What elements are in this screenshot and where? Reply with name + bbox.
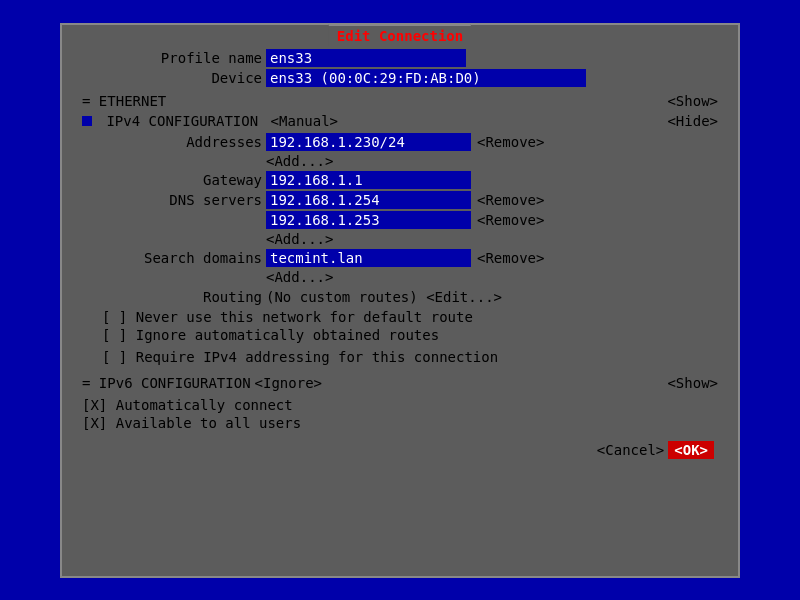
dns1-remove[interactable]: <Remove>: [477, 192, 544, 208]
ipv6-mode[interactable]: <Ignore>: [255, 375, 322, 391]
ok-button[interactable]: <OK>: [668, 441, 714, 459]
ipv4-header-left: IPv4 CONFIGURATION <Manual>: [82, 113, 338, 129]
require-ipv4-label: [ ] Require IPv4 addressing for this con…: [102, 349, 498, 365]
dns2-row: 192.168.1.253 <Remove>: [82, 211, 718, 229]
ipv4-mode[interactable]: <Manual>: [271, 113, 338, 129]
ipv6-show[interactable]: <Show>: [667, 375, 718, 391]
search-row: Search domains tecmint.lan <Remove>: [82, 249, 718, 267]
window-title: Edit Connection: [329, 24, 471, 46]
all-users-row[interactable]: [X] Available to all users: [82, 415, 718, 431]
dns2-remove[interactable]: <Remove>: [477, 212, 544, 228]
addresses-label: Addresses: [82, 134, 262, 150]
bottom-bar: <Cancel> <OK>: [82, 441, 718, 459]
address1-value[interactable]: 192.168.1.230/24: [266, 133, 471, 151]
all-users-label: [X] Available to all users: [82, 415, 301, 431]
ipv6-left: = IPv6 CONFIGURATION <Ignore>: [82, 375, 322, 391]
addresses-row: Addresses 192.168.1.230/24 <Remove>: [82, 133, 718, 151]
dns2-value[interactable]: 192.168.1.253: [266, 211, 471, 229]
ethernet-label: = ETHERNET: [82, 93, 166, 109]
never-default-row[interactable]: [ ] Never use this network for default r…: [102, 309, 718, 325]
profile-name-row: Profile name ens33: [82, 49, 718, 67]
gateway-label: Gateway: [82, 172, 262, 188]
cancel-button[interactable]: <Cancel>: [597, 442, 664, 458]
device-value[interactable]: ens33 (00:0C:29:FD:AB:D0): [266, 69, 586, 87]
auto-connect-label: [X] Automatically connect: [82, 397, 293, 413]
ipv4-blue-square: [82, 116, 92, 126]
ipv6-header: = IPv6 CONFIGURATION: [82, 375, 251, 391]
ignore-auto-label: [ ] Ignore automatically obtained routes: [102, 327, 439, 343]
profile-name-label: Profile name: [82, 50, 262, 66]
ethernet-show[interactable]: <Show>: [667, 93, 718, 109]
dns1-value[interactable]: 192.168.1.254: [266, 191, 471, 209]
ethernet-section: = ETHERNET <Show>: [82, 93, 718, 109]
address-add-row: <Add...>: [266, 153, 718, 169]
require-ipv4-row[interactable]: [ ] Require IPv4 addressing for this con…: [102, 349, 718, 365]
search-value[interactable]: tecmint.lan: [266, 249, 471, 267]
routing-value[interactable]: (No custom routes) <Edit...>: [266, 289, 502, 305]
ethernet-left: = ETHERNET: [82, 93, 166, 109]
search-add-row: <Add...>: [266, 269, 718, 285]
dns1-row: DNS servers 192.168.1.254 <Remove>: [82, 191, 718, 209]
gateway-row: Gateway 192.168.1.1: [82, 171, 718, 189]
profile-name-value[interactable]: ens33: [266, 49, 466, 67]
dns-add-row: <Add...>: [266, 231, 718, 247]
ipv4-config-label: IPv4 CONFIGURATION: [106, 113, 258, 129]
device-label: Device: [82, 70, 262, 86]
edit-connection-window: Edit Connection Profile name ens33 Devic…: [60, 23, 740, 578]
address1-remove[interactable]: <Remove>: [477, 134, 544, 150]
device-row: Device ens33 (00:0C:29:FD:AB:D0): [82, 69, 718, 87]
ipv4-hide[interactable]: <Hide>: [667, 113, 718, 129]
dns-add[interactable]: <Add...>: [266, 231, 333, 247]
never-default-label: [ ] Never use this network for default r…: [102, 309, 473, 325]
address-add[interactable]: <Add...>: [266, 153, 333, 169]
dns-label: DNS servers: [82, 192, 262, 208]
routing-label: Routing: [82, 289, 262, 305]
search-remove[interactable]: <Remove>: [477, 250, 544, 266]
main-content: Profile name ens33 Device ens33 (00:0C:2…: [62, 39, 738, 590]
title-text: Edit Connection: [337, 28, 463, 44]
search-label: Search domains: [82, 250, 262, 266]
ignore-auto-row[interactable]: [ ] Ignore automatically obtained routes: [102, 327, 718, 343]
ipv4-config-row: IPv4 CONFIGURATION <Manual> <Hide>: [82, 113, 718, 129]
auto-connect-row[interactable]: [X] Automatically connect: [82, 397, 718, 413]
search-add[interactable]: <Add...>: [266, 269, 333, 285]
routing-row: Routing (No custom routes) <Edit...>: [82, 289, 718, 305]
gateway-value[interactable]: 192.168.1.1: [266, 171, 471, 189]
ipv6-section: = IPv6 CONFIGURATION <Ignore> <Show>: [82, 375, 718, 391]
